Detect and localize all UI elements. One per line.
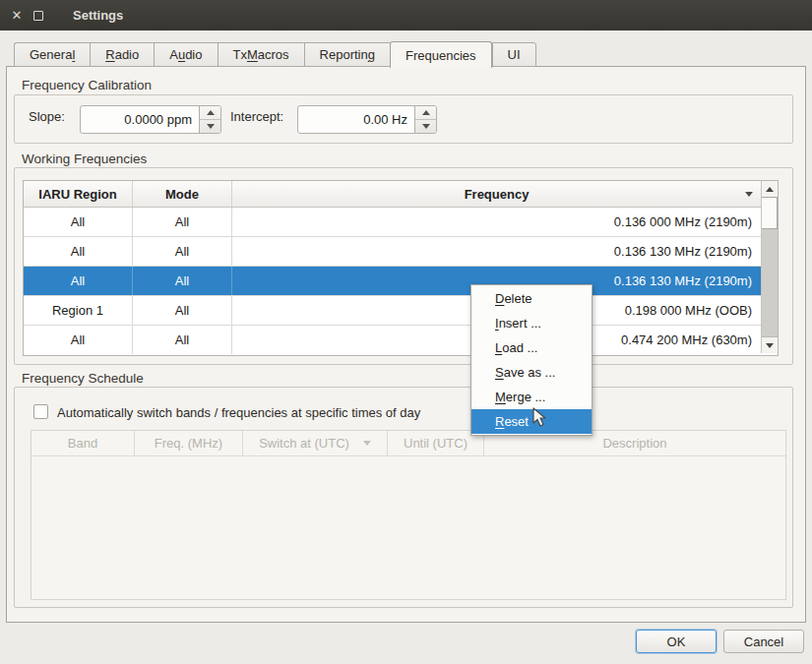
working-frequencies-table: IARU Region Mode Frequency All All 0.136… <box>23 180 779 356</box>
mouse-cursor <box>532 407 552 429</box>
tab-frequencies[interactable]: Frequencies <box>390 41 492 68</box>
intercept-value[interactable]: 0.00 Hz <box>298 106 414 133</box>
context-menu: Delete Insert ... Load ... Save as ... M… <box>470 284 593 436</box>
spin-down-icon <box>207 124 215 129</box>
spin-up-icon <box>422 110 430 115</box>
cell-frequency: 0.136 130 MHz (2190m) <box>232 237 761 266</box>
column-header-freq-mhz: Freq. (MHz) <box>135 431 243 455</box>
frequency-calibration-group: Slope: 0.0000 ppm Intercept: 0.00 Hz <box>14 94 793 144</box>
scrollbar-down-button[interactable] <box>762 336 778 353</box>
table-row[interactable]: Region 1 All 0.198 000 MHz (OOB) <box>24 296 761 326</box>
scroll-up-icon <box>766 187 774 192</box>
cell-region: All <box>24 237 133 266</box>
tab-label-mnemonic: g <box>368 47 375 62</box>
working-frequencies-header-row: IARU Region Mode Frequency <box>24 181 778 208</box>
menu-label: erge ... <box>506 390 545 404</box>
intercept-decrement-button[interactable] <box>415 120 436 133</box>
window-title: Settings <box>73 8 123 23</box>
column-header-band: Band <box>31 431 135 455</box>
column-header-iaru-region[interactable]: IARU Region <box>24 181 133 207</box>
column-header-frequency[interactable]: Frequency <box>232 181 761 207</box>
schedule-header-row: Band Freq. (MHz) Switch at (UTC) Until (… <box>31 431 785 456</box>
close-button[interactable]: ✕ <box>6 9 28 22</box>
working-frequencies-title: Working Frequencies <box>22 151 147 166</box>
cancel-button[interactable]: Cancel <box>723 630 804 653</box>
cell-mode: All <box>133 208 232 236</box>
column-header-mode[interactable]: Mode <box>133 181 232 207</box>
table-row-selected[interactable]: All All 0.136 130 MHz (2190m) <box>24 267 761 296</box>
column-header-label: Frequency <box>465 187 530 202</box>
frequency-schedule-title: Frequency Schedule <box>22 371 144 386</box>
intercept-label: Intercept: <box>230 109 283 124</box>
tab-audio[interactable]: Audio <box>154 42 217 67</box>
menu-label-mnemonic: S <box>495 365 504 380</box>
scrollbar-thumb[interactable] <box>762 197 778 229</box>
spin-down-icon <box>422 124 430 129</box>
auto-switch-checkbox[interactable] <box>33 404 48 419</box>
sort-descending-icon <box>363 441 371 446</box>
menu-item-save-as[interactable]: Save as ... <box>471 360 592 385</box>
tab-label: Tx <box>233 47 247 62</box>
tab-reporting[interactable]: Reporting <box>304 42 390 67</box>
slope-spinbox[interactable]: 0.0000 ppm <box>80 105 221 134</box>
close-icon: ✕ <box>12 9 23 22</box>
cell-region: All <box>24 267 133 295</box>
menu-item-merge[interactable]: Merge ... <box>471 385 592 409</box>
frequency-schedule-group: Automatically switch bands / frequencies… <box>14 387 793 608</box>
ok-button[interactable]: OK <box>636 630 717 653</box>
menu-item-delete[interactable]: Delete <box>471 286 592 311</box>
working-frequencies-group: IARU Region Mode Frequency All All 0.136… <box>14 167 793 365</box>
cell-frequency: 0.136 000 MHz (2190m) <box>232 208 761 236</box>
tab-bar: General Radio Audio Tx Macros Reporting … <box>14 41 536 67</box>
table-row[interactable]: All All 0.474 200 MHz (630m) <box>24 326 761 354</box>
tab-radio[interactable]: Radio <box>90 42 154 67</box>
cell-region: Region 1 <box>24 296 133 325</box>
intercept-increment-button[interactable] <box>415 106 436 120</box>
tab-label-mnemonic: M <box>247 47 258 62</box>
tab-tx-macros[interactable]: Tx Macros <box>218 42 304 67</box>
cell-mode: All <box>133 326 232 354</box>
intercept-spinbox[interactable]: 0.00 Hz <box>297 105 437 134</box>
tab-label-mnemonic: R <box>105 47 114 62</box>
intercept-spin-buttons <box>414 106 436 133</box>
menu-item-load[interactable]: Load ... <box>471 335 592 360</box>
auto-switch-checkbox-label[interactable]: Automatically switch bands / frequencies… <box>57 405 420 420</box>
cell-region: All <box>24 208 133 236</box>
vertical-scrollbar[interactable] <box>761 181 778 353</box>
table-row[interactable]: All All 0.136 000 MHz (2190m) <box>24 208 761 237</box>
tab-label: Reportin <box>320 47 368 62</box>
tab-general[interactable]: General <box>14 42 90 67</box>
maximize-button[interactable] <box>28 11 49 21</box>
frequency-calibration-title: Frequency Calibration <box>22 78 152 92</box>
menu-label: oad ... <box>502 340 537 355</box>
tab-label-mnemonic: u <box>178 47 185 62</box>
column-header-label: Switch at (UTC) <box>259 436 349 451</box>
column-header-switch-at: Switch at (UTC) <box>243 431 388 455</box>
slope-value[interactable]: 0.0000 ppm <box>81 106 199 133</box>
tab-label: dio <box>185 47 202 62</box>
menu-label: nsert ... <box>499 316 541 331</box>
menu-item-insert[interactable]: Insert ... <box>471 311 592 335</box>
slope-increment-button[interactable] <box>200 106 220 120</box>
menu-label: elete <box>504 291 531 306</box>
scroll-down-icon <box>766 343 774 348</box>
slope-decrement-button[interactable] <box>200 120 220 133</box>
table-row[interactable]: All All 0.136 130 MHz (2190m) <box>24 237 761 267</box>
sort-descending-icon <box>745 192 753 197</box>
titlebar: ✕ Settings <box>0 0 812 30</box>
slope-spin-buttons <box>199 106 220 133</box>
tab-label: Frequencies <box>406 48 476 63</box>
cell-mode: All <box>133 296 232 325</box>
tab-label: UI <box>508 47 521 62</box>
tab-label: Genera <box>30 47 72 62</box>
tab-ui[interactable]: UI <box>492 42 536 67</box>
scrollbar-up-button[interactable] <box>762 181 778 198</box>
tab-label: acros <box>258 47 289 62</box>
menu-item-reset[interactable]: Reset <box>471 409 592 434</box>
tab-label: adio <box>115 47 140 62</box>
menu-label-mnemonic: R <box>495 414 504 429</box>
tab-label: A <box>169 47 178 62</box>
menu-label: eset <box>504 414 529 429</box>
menu-label: ave as ... <box>504 365 556 380</box>
cell-region: All <box>24 326 133 354</box>
